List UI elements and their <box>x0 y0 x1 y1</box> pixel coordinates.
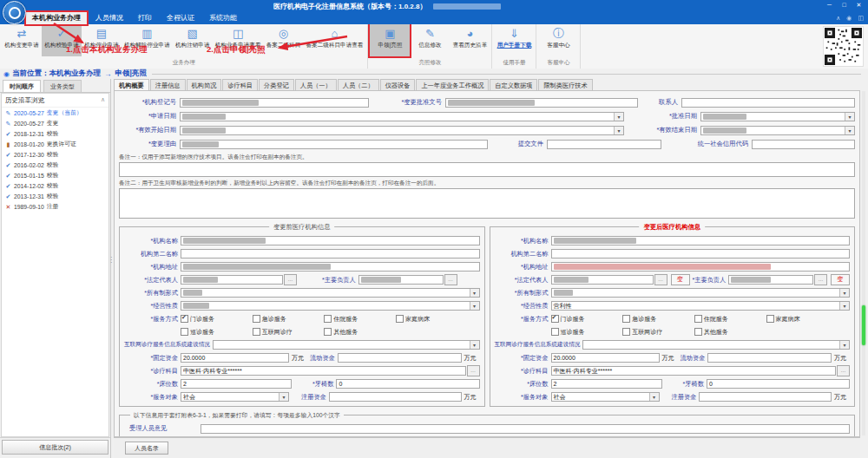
menu-item[interactable]: 打印 <box>132 12 158 24</box>
internet-info-combo[interactable] <box>582 340 850 350</box>
menu-item[interactable]: 系统功能 <box>203 12 243 24</box>
service-mode-option[interactable]: 门诊服务 <box>181 315 253 324</box>
form-tab[interactable]: 仪器设备 <box>380 79 416 90</box>
note2-textarea[interactable] <box>119 188 855 219</box>
note1-textarea[interactable] <box>119 162 855 177</box>
change-reason-input[interactable] <box>180 140 488 149</box>
toolbar-button[interactable]: ⌂ 备案二级科目申请查看 <box>304 24 366 56</box>
service-mode-option[interactable]: 住院服务 <box>694 315 766 324</box>
checkbox-icon[interactable] <box>551 328 559 336</box>
working-capital-input[interactable] <box>338 353 462 363</box>
history-list-item[interactable]: 2013-12-31 校验 <box>2 191 108 201</box>
history-list-item[interactable]: 1989-09-10 注册 <box>2 201 108 212</box>
service-target-combo[interactable]: 社会 <box>181 392 289 402</box>
service-mode-option[interactable]: 门诊服务 <box>551 315 623 324</box>
checkbox-icon[interactable] <box>324 328 332 336</box>
scrollbar-thumb[interactable] <box>862 305 865 345</box>
toolbar-button[interactable]: ▣ 申领|亮照 <box>370 24 410 56</box>
checkbox-icon[interactable] <box>181 315 188 323</box>
apply-date-combo[interactable] <box>180 112 624 121</box>
checkbox-icon[interactable] <box>766 315 774 323</box>
legal-rep-input[interactable] <box>181 275 283 285</box>
checkbox-icon[interactable] <box>694 328 702 336</box>
service-mode-option[interactable]: 巡诊服务 <box>181 328 253 337</box>
form-tab[interactable]: 诊疗科目 <box>222 79 258 90</box>
form-tab[interactable]: 注册信息 <box>150 79 186 90</box>
ownership-combo[interactable] <box>551 288 851 298</box>
approval-no-input[interactable] <box>445 98 638 108</box>
toolbar-button[interactable]: ⇓ 用户手册下载 <box>494 24 534 56</box>
toolbar-button[interactable]: ◕ 查看历史沿革 <box>450 24 490 56</box>
breadcrumb-section[interactable]: 本机构业务办理 <box>49 69 101 79</box>
legal-rep-change-button[interactable]: 变 <box>671 274 690 285</box>
maximize-icon[interactable]: □ <box>837 0 852 10</box>
approve-date-combo[interactable] <box>700 112 855 121</box>
checkbox-icon[interactable] <box>253 328 260 336</box>
org-name-input[interactable] <box>181 236 480 245</box>
principal-change-button[interactable]: 变 <box>831 274 850 285</box>
beds-input[interactable]: 2 <box>551 379 662 389</box>
beds-input[interactable]: 2 <box>181 379 292 389</box>
service-target-combo[interactable]: 社会 <box>551 392 660 402</box>
form-tab[interactable]: 自定义数据项 <box>490 79 537 90</box>
checkbox-icon[interactable] <box>253 315 260 323</box>
menu-item[interactable]: 全程认证 <box>161 12 201 24</box>
principal-more-button[interactable]: … <box>444 274 457 285</box>
op-nature-combo[interactable]: 营利性 <box>551 301 851 311</box>
credit-code-input[interactable] <box>752 140 855 149</box>
address-input[interactable] <box>551 262 851 272</box>
service-mode-option[interactable]: 家庭病床 <box>766 315 838 324</box>
subjects-more-button[interactable]: … <box>837 365 850 376</box>
service-mode-option[interactable]: 互联网诊疗 <box>253 328 325 337</box>
history-list-item[interactable]: 2016-02-02 校验 <box>2 160 108 170</box>
valid-to-combo[interactable] <box>700 126 855 135</box>
service-mode-option[interactable]: 巡诊服务 <box>551 328 623 337</box>
minimize-icon[interactable]: ─ <box>822 0 837 10</box>
acceptance-opinion-input[interactable] <box>201 424 850 434</box>
service-mode-option[interactable]: 急诊服务 <box>622 315 694 324</box>
history-list-item[interactable]: 2020-05-27 变更（当前） <box>2 108 108 118</box>
legal-rep-input[interactable] <box>551 275 654 285</box>
service-mode-option[interactable]: 急诊服务 <box>253 315 325 324</box>
subjects-input[interactable]: 中医科·内科专业****** <box>551 366 837 376</box>
working-capital-input[interactable] <box>707 353 832 363</box>
sidebar-tab[interactable]: 时间顺序 <box>3 80 41 92</box>
fixed-capital-input[interactable]: 20.0000 <box>181 353 289 363</box>
user-icon[interactable]: ◉ <box>846 15 852 22</box>
checkbox-icon[interactable] <box>622 328 630 336</box>
checkbox-icon[interactable] <box>551 315 559 323</box>
valid-from-combo[interactable] <box>180 126 624 135</box>
person-list-button[interactable]: 人员名录 <box>125 442 168 455</box>
legal-rep-more-button[interactable]: … <box>654 274 667 285</box>
internet-info-combo[interactable] <box>213 340 480 350</box>
chairs-input[interactable]: 0 <box>336 379 479 389</box>
service-mode-option[interactable]: 其他服务 <box>694 328 766 337</box>
principal-input[interactable] <box>728 275 813 285</box>
form-tab[interactable]: 人员（二） <box>338 79 379 90</box>
reg-capital-input[interactable] <box>699 392 832 402</box>
org-name-input[interactable] <box>551 236 851 245</box>
service-mode-option[interactable]: 互联网诊疗 <box>622 328 694 337</box>
menu-item[interactable]: 人员情况 <box>89 12 129 24</box>
history-list-item[interactable]: 2018-12-31 校验 <box>2 128 108 139</box>
info-batch-button[interactable]: 信息批次(2) <box>2 440 108 455</box>
form-tab[interactable]: 人员（一） <box>295 79 337 90</box>
checkbox-icon[interactable] <box>694 315 702 323</box>
reg-no-input[interactable] <box>180 98 369 108</box>
form-tab[interactable]: 分类登记 <box>259 79 294 90</box>
collapse-chevron-icon[interactable]: ∧ <box>101 96 105 105</box>
style-icon[interactable]: ◫ <box>858 15 864 22</box>
chairs-input[interactable]: 0 <box>707 379 850 389</box>
service-mode-option[interactable]: 家庭病床 <box>396 315 468 324</box>
ownership-combo[interactable] <box>181 288 480 298</box>
toolbar-button[interactable]: ✎ 信息修改 <box>410 24 450 56</box>
history-list-item[interactable]: 2014-12-02 校验 <box>2 180 108 191</box>
fixed-capital-input[interactable]: 20.0000 <box>551 353 660 363</box>
address-input[interactable] <box>181 262 480 272</box>
legal-rep-more-button[interactable]: … <box>284 274 297 285</box>
form-tab[interactable]: 上一年度业务工作概况 <box>416 79 489 90</box>
subjects-more-button[interactable]: … <box>467 365 480 376</box>
form-tab[interactable]: 机构简况 <box>187 79 222 90</box>
form-tab[interactable]: 机构概要 <box>114 79 149 90</box>
second-name-input[interactable] <box>181 249 480 258</box>
